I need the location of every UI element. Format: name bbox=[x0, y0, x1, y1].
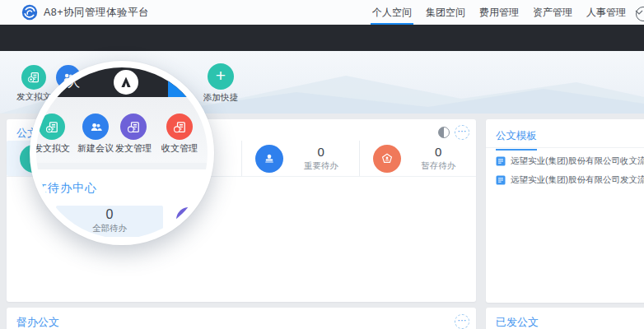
magnified-label: 收文管理 bbox=[156, 142, 203, 155]
stamp-icon bbox=[255, 145, 283, 173]
template-item-label: 远望实业(集团)股份有限公司收文流程 bbox=[511, 155, 644, 167]
top-nav: 个人空间 集团空间 费用管理 资产管理 人事管理 bbox=[372, 0, 644, 25]
top-nav-asset[interactable]: 资产管理 bbox=[533, 0, 572, 25]
quick-action-draft-doc-button[interactable] bbox=[21, 65, 46, 90]
stat-saved-todo[interactable]: 0暂存待办 bbox=[359, 141, 477, 176]
top-nav-group-space[interactable]: 集团空间 bbox=[426, 0, 465, 25]
brand: A8+协同管理体验平台 bbox=[21, 4, 149, 21]
more-menu-icon[interactable]: ⋯ bbox=[455, 125, 469, 140]
template-item-label: 远望实业(集团)股份有限公司发文流程 bbox=[511, 174, 644, 186]
theme-contrast-icon[interactable] bbox=[438, 127, 450, 138]
document-icon bbox=[496, 156, 506, 166]
top-bar: A8+协同管理体验平台 个人空间 集团空间 费用管理 资产管理 人事管理 bbox=[0, 0, 644, 25]
stat-value: 0 bbox=[283, 145, 359, 159]
magnified-panel-title: 公文待办中心 bbox=[30, 181, 97, 196]
supervise-panel: 督办公文 ⋯ bbox=[7, 308, 476, 329]
magnified-label: 发文拟文 bbox=[30, 142, 75, 155]
template-item[interactable]: 远望实业(集团)股份有限公司发文流程 bbox=[496, 174, 644, 186]
stat-important-todo[interactable]: 0重要待办 bbox=[241, 141, 359, 176]
app-title: A8+协同管理体验平台 bbox=[44, 6, 149, 20]
magnified-draft-doc-button[interactable] bbox=[39, 114, 65, 140]
magnified-stat-value: 0 bbox=[56, 207, 163, 222]
magnified-quick-actions: 发文拟文 新建会议 发文管理 收文管理 bbox=[36, 97, 208, 163]
magnified-sent-doc-button[interactable] bbox=[120, 114, 147, 140]
magnified-v5-logo-icon bbox=[114, 70, 138, 95]
magnifier-overlay: 5人 公文 发文拟文 新建会议 发文管理 收文管理 公文待办中心 0 全部待办 bbox=[30, 61, 214, 245]
top-nav-hr[interactable]: 人事管理 bbox=[586, 0, 626, 25]
sent-panel-title: 已发公文 bbox=[496, 315, 539, 329]
top-nav-personal-space[interactable]: 个人空间 bbox=[372, 0, 412, 25]
add-shortcut-label: 添加快捷 bbox=[196, 92, 245, 104]
supervise-panel-title: 督办公文 bbox=[16, 315, 59, 329]
more-menu-icon[interactable]: ⋯ bbox=[455, 314, 469, 329]
document-icon bbox=[496, 175, 506, 185]
stat-label: 重要待办 bbox=[283, 160, 359, 172]
template-item[interactable]: 远望实业(集团)股份有限公司收文流程 bbox=[496, 155, 644, 167]
templates-panel: 公文模板 远望实业(集团)股份有限公司收文流程 远望实业(集团)股份有限公司发文… bbox=[486, 119, 644, 303]
top-nav-expense[interactable]: 费用管理 bbox=[479, 0, 519, 25]
templates-panel-title[interactable]: 公文模板 bbox=[496, 129, 537, 151]
magnified-label: 发文管理 bbox=[110, 142, 156, 155]
seeyon-logo-icon bbox=[21, 4, 38, 21]
add-shortcut-button[interactable]: + bbox=[208, 63, 234, 90]
sent-docs-panel: 已发公文 bbox=[486, 308, 644, 329]
stat-value: 0 bbox=[401, 145, 477, 159]
main-nav-bar bbox=[0, 25, 644, 51]
stat-label: 暂存待办 bbox=[401, 160, 477, 172]
pentagon-stamp-icon bbox=[373, 145, 401, 173]
magnified-new-meeting-button[interactable] bbox=[82, 114, 109, 140]
magnified-received-doc-button[interactable] bbox=[166, 114, 193, 140]
